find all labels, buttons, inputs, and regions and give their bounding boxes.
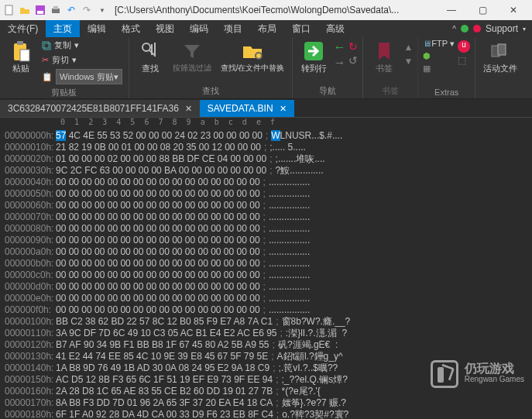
extras-label: Extras (434, 86, 458, 98)
find-label: 查找 (202, 84, 219, 98)
nav-undo-icon[interactable]: ↺ (348, 54, 358, 67)
clipboard-label: 剪贴板 (51, 85, 77, 100)
hex-row[interactable]: 00000130h:41 E2 44 74 EE 85 4C 10 9E 39 … (5, 351, 527, 362)
svg-rect-12 (151, 44, 153, 55)
paste-button[interactable]: 粘贴 (5, 39, 37, 74)
svg-rect-7 (20, 50, 29, 61)
hex-row[interactable]: 00000140h:1A B8 9D 76 49 1B AD 30 0A 08 … (5, 362, 527, 374)
menu-support[interactable]: Support (486, 23, 518, 34)
menu-window[interactable]: 窗口 (284, 20, 318, 37)
tab-savedata-label: SAVEDATA.BIN (208, 103, 273, 114)
hex-row[interactable]: 00000170h:8A B8 F3 DD 7D 01 96 2A 65 3F … (5, 397, 527, 409)
maximize-button[interactable]: ▢ (467, 0, 498, 20)
cut-button[interactable]: ✂剪切 ▾ (40, 53, 124, 67)
ribbon-extras-group: 🖥FTP ▾ ⬢ ▦ u ⬚ Extras (418, 37, 475, 98)
nav-label: 导航 (319, 84, 336, 98)
bm-prev-icon[interactable]: ▲ (403, 42, 413, 53)
clipboard-combo[interactable]: 📋Windows 剪贴 ▾ (40, 68, 124, 85)
menu-home[interactable]: 主页 (46, 20, 80, 37)
menu-advanced[interactable]: 高级 (318, 20, 352, 37)
hex-row[interactable]: 00000080h:00 00 00 00 00 00 00 00 00 00 … (5, 223, 527, 235)
tab-hash-label: 3C6328470072425E81B8071FF141FA36 (8, 103, 179, 114)
hex-row[interactable]: 00000100h:BB C2 38 62 BD 22 57 8C 12 B0 … (5, 316, 527, 328)
hex-row[interactable]: 00000030h:9C 2C FC 63 00 00 00 00 BA 00 … (5, 165, 527, 177)
hex-view[interactable]: 00000000h:57 4C 4E 55 53 52 00 00 00 24 … (0, 129, 532, 419)
minimize-button[interactable]: — (436, 0, 467, 20)
menu-view[interactable]: 视图 (148, 20, 182, 37)
menu-edit[interactable]: 编辑 (80, 20, 114, 37)
hex-row[interactable]: 00000160h:2A 28 D8 1C 65 AE 83 55 CE B2 … (5, 386, 527, 397)
hex-row[interactable]: 00000150h:AC D5 12 8B F3 65 6C 1F 51 19 … (5, 374, 527, 386)
hex-row[interactable]: 000000c0h:00 00 00 00 00 00 00 00 00 00 … (5, 270, 527, 281)
menu-layout[interactable]: 布局 (250, 20, 284, 37)
close-button[interactable]: ✕ (498, 0, 529, 20)
goto-button[interactable]: 转到行 (297, 39, 330, 74)
svg-rect-8 (43, 42, 49, 48)
ribbon-clipboard-group: 粘贴 复制 ▾ ✂剪切 ▾ 📋Windows 剪贴 ▾ 剪贴板 (0, 37, 129, 98)
ribbon-bookmark-group: 书签 ▲ ▼ 书签 (363, 37, 418, 98)
hex-row[interactable]: 00000180h:6F 1F A0 92 28 DA 4D CA 00 33 … (5, 409, 527, 419)
hex-row[interactable]: 00000090h:00 00 00 00 00 00 00 00 00 00 … (5, 235, 527, 246)
menu-format[interactable]: 格式 (114, 20, 148, 37)
svg-rect-2 (37, 11, 43, 14)
bookmark-button[interactable]: 书签 (368, 39, 400, 74)
redo-icon[interactable]: ↷ (81, 4, 93, 16)
tab-hash[interactable]: 3C6328470072425E81B8071FF141FA36 ✕ (0, 100, 200, 117)
hex-row[interactable]: 00000040h:00 00 00 00 00 00 00 00 00 00 … (5, 177, 527, 188)
bookmark-label: 书签 (382, 84, 399, 98)
copy-button[interactable]: 复制 ▾ (40, 39, 124, 52)
tab-close-icon[interactable]: ✕ (185, 104, 192, 114)
bm-next-icon[interactable]: ▼ (403, 56, 413, 67)
dropdown-icon[interactable]: ▼ (96, 4, 108, 16)
svg-rect-17 (498, 44, 506, 55)
hex-row[interactable]: 00000070h:00 00 00 00 00 00 00 00 00 00 … (5, 211, 527, 223)
tab-savedata[interactable]: SAVEDATA.BIN ✕ (200, 100, 294, 117)
nav-redo-icon[interactable]: ↻ (348, 40, 358, 53)
ribbon-active-group: 活动文件 (475, 37, 525, 98)
window-buttons: — ▢ ✕ (436, 0, 529, 20)
save-icon[interactable] (34, 4, 46, 16)
ext-icon1[interactable]: u (458, 40, 470, 53)
ribbon-nav-group: 转到行 ← → ↻ ↺ 导航 (293, 37, 363, 98)
status-dot-red (473, 25, 481, 33)
menu-project[interactable]: 项目 (216, 20, 250, 37)
hex-row[interactable]: 00000110h:3A 9C DF 7D 6C 49 10 C3 05 AC … (5, 328, 527, 339)
chevron-down-icon[interactable]: ▾ (523, 26, 526, 33)
new-file-icon[interactable] (3, 4, 15, 16)
find-button[interactable]: 查找 (134, 39, 166, 74)
ribbon-find-group: 查找 按筛选过滤 查找/在文件中替换 查找 (129, 37, 293, 98)
ftp-button[interactable]: 🖥FTP ▾ (423, 39, 455, 49)
hex-row[interactable]: 00000010h:21 82 19 0B 00 01 00 00 08 20 … (5, 142, 527, 153)
hex-row[interactable]: 00000000h:57 4C 4E 55 53 52 00 00 00 24 … (5, 130, 527, 142)
hex-row[interactable]: 00000060h:00 00 00 00 00 00 00 00 00 00 … (5, 200, 527, 211)
hex-row[interactable]: 000000d0h:00 00 00 00 00 00 00 00 00 00 … (5, 281, 527, 293)
ext-icon2[interactable]: ⬚ (458, 55, 470, 66)
column-ruler: 0 1 2 3 4 5 6 7 8 9 a b c d e f (0, 118, 532, 129)
hex-row[interactable]: 000000a0h:00 00 00 00 00 00 00 00 00 00 … (5, 246, 527, 258)
svg-rect-9 (44, 43, 50, 50)
hex-row[interactable]: 000000b0h:00 00 00 00 00 00 00 00 00 00 … (5, 258, 527, 270)
extras-item2[interactable]: ▦ (423, 64, 455, 74)
nav-fwd-icon[interactable]: → (333, 56, 345, 70)
open-folder-icon[interactable] (19, 4, 31, 16)
print-icon[interactable] (50, 4, 62, 16)
hex-row[interactable]: 000000f0h:00 00 00 00 00 00 00 00 00 00 … (5, 304, 527, 316)
active-file-button[interactable]: 活动文件 (480, 39, 520, 74)
nav-back-icon[interactable]: ← (333, 40, 345, 54)
svg-rect-6 (17, 41, 23, 45)
title-path: [C:\Users\Anthony\Documents\KoeiTecmo\Wo… (115, 5, 436, 15)
hex-row[interactable]: 000000e0h:00 00 00 00 00 00 00 00 00 00 … (5, 293, 527, 304)
tab-close-icon[interactable]: ✕ (280, 104, 287, 114)
undo-icon[interactable]: ↶ (65, 4, 77, 16)
replace-button[interactable]: 查找/在文件中替换 (218, 39, 288, 74)
chevron-up-icon[interactable]: ^ (452, 25, 456, 33)
hex-row[interactable]: 00000020h:01 00 00 00 02 00 00 00 88 BB … (5, 153, 527, 165)
hex-row[interactable]: 00000120h:B7 AF 90 34 9B F1 BB B8 1F 67 … (5, 339, 527, 351)
hex-row[interactable]: 00000050h:00 00 00 00 00 00 00 00 00 00 … (5, 188, 527, 200)
extras-item1[interactable]: ⬢ (423, 51, 455, 61)
menu-encoding[interactable]: 编码 (182, 20, 216, 37)
svg-point-10 (142, 43, 150, 51)
menubar: 文件(F) 主页 编辑 格式 视图 编码 项目 布局 窗口 高级 ^ Suppo… (0, 20, 532, 37)
filter-button[interactable]: 按筛选过滤 (170, 39, 215, 74)
menu-file[interactable]: 文件(F) (0, 20, 46, 37)
